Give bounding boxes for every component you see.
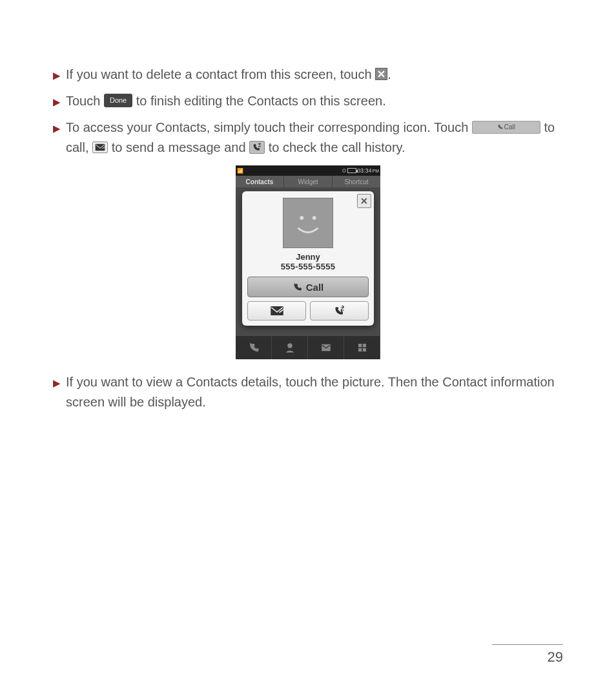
bullet-text: . xyxy=(387,67,391,81)
page-number: 29 xyxy=(548,649,563,666)
contact-popup: ✕ Jenny 555-555-5555 Call xyxy=(242,191,374,326)
done-button-icon: Done xyxy=(104,94,132,107)
svg-point-3 xyxy=(313,216,316,220)
contact-name: Jenny xyxy=(247,252,369,262)
bullet-text: Touch xyxy=(66,94,104,108)
envelope-icon xyxy=(270,306,284,316)
bullet-text: If you want to delete a contact from thi… xyxy=(66,67,375,81)
dock-item[interactable] xyxy=(308,336,344,359)
tab-contacts[interactable]: Contacts xyxy=(236,176,284,187)
bullet-item: ▶ If you want to delete a contact from t… xyxy=(53,65,563,85)
call-label: Call xyxy=(504,122,515,132)
bullet-text: If you want to view a Contacts details, … xyxy=(66,375,555,409)
status-bar: 📶 03:34 PM xyxy=(236,165,380,176)
contact-name-block: Jenny 555-555-5555 xyxy=(247,252,369,271)
bullet-item: ▶ If you want to view a Contacts details… xyxy=(53,372,563,412)
tab-bar: Contacts Widget Shortcut xyxy=(236,176,380,187)
indicator-icon xyxy=(342,168,347,173)
phone-screenshot-figure: 📶 03:34 PM Contacts Widget Shortcut ✕ xyxy=(53,165,563,359)
svg-rect-7 xyxy=(358,344,362,347)
contact-number: 555-555-5555 xyxy=(247,262,369,271)
page-content: ▶ If you want to delete a contact from t… xyxy=(0,0,616,412)
battery-icon xyxy=(347,168,356,173)
bullet-marker: ▶ xyxy=(53,375,61,390)
status-ampm: PM xyxy=(373,169,380,173)
delete-x-icon xyxy=(375,68,387,80)
svg-rect-0 xyxy=(96,143,105,151)
bullet-marker: ▶ xyxy=(53,121,61,136)
svg-point-1 xyxy=(343,169,346,173)
popup-history-button[interactable] xyxy=(310,301,369,321)
popup-message-button[interactable] xyxy=(247,301,306,321)
dock-item[interactable] xyxy=(272,336,308,359)
svg-point-5 xyxy=(287,343,293,348)
close-icon: ✕ xyxy=(360,196,368,206)
phone-icon xyxy=(293,282,302,292)
bullet-item: ▶ Touch Done to finish editing the Conta… xyxy=(53,91,563,111)
call-button-wide-icon: Call xyxy=(472,121,540,134)
bullet-text: to send a message and xyxy=(112,140,249,154)
bullet-text: to finish editing the Contacts on this s… xyxy=(136,94,386,108)
bottom-dock xyxy=(236,336,380,359)
message-icon xyxy=(92,142,108,153)
call-button-label: Call xyxy=(306,282,324,293)
call-history-icon xyxy=(249,141,265,154)
svg-rect-8 xyxy=(362,344,365,347)
dock-item[interactable] xyxy=(236,336,272,359)
svg-rect-6 xyxy=(322,344,331,352)
bullet-marker: ▶ xyxy=(53,68,61,83)
call-history-icon xyxy=(333,305,346,317)
popup-close-button[interactable]: ✕ xyxy=(357,194,371,208)
bullet-text: to check the call history. xyxy=(269,140,406,154)
svg-point-2 xyxy=(300,216,303,220)
svg-rect-10 xyxy=(362,348,365,352)
signal-icon: 📶 xyxy=(237,168,243,174)
bullet-text: To access your Contacts, simply touch th… xyxy=(66,120,472,134)
contact-avatar[interactable] xyxy=(283,198,333,248)
page-footer-rule xyxy=(492,644,563,645)
svg-rect-9 xyxy=(358,348,362,352)
phone-frame: 📶 03:34 PM Contacts Widget Shortcut ✕ xyxy=(236,165,380,359)
popup-call-button[interactable]: Call xyxy=(247,277,369,297)
bullet-item: ▶ To access your Contacts, simply touch … xyxy=(53,118,563,158)
bullet-marker: ▶ xyxy=(53,94,61,109)
dock-item[interactable] xyxy=(344,336,380,359)
tab-shortcut[interactable]: Shortcut xyxy=(333,176,380,187)
status-time: 03:34 xyxy=(357,167,372,174)
tab-widget[interactable]: Widget xyxy=(284,176,333,187)
